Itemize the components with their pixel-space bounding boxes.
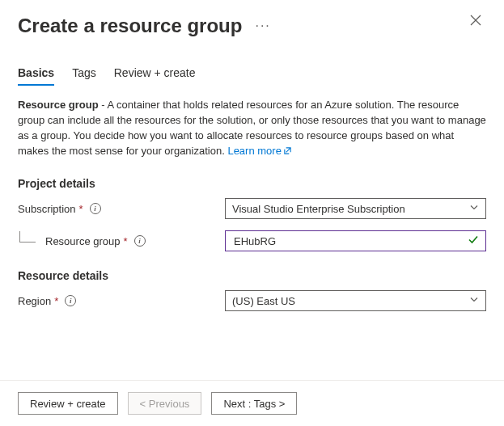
resource-group-input[interactable] (232, 234, 464, 248)
region-row: Region * i (US) East US (18, 290, 486, 311)
valid-check-icon (468, 234, 479, 248)
chevron-down-icon (469, 203, 479, 215)
info-icon[interactable]: i (90, 203, 101, 214)
close-button[interactable] (467, 15, 485, 32)
tab-tags[interactable]: Tags (72, 66, 96, 86)
resource-group-row: Resource group * i (18, 230, 486, 251)
hierarchy-line-icon (19, 231, 36, 243)
learn-more-text: Learn more (227, 145, 281, 157)
resource-details-heading: Resource details (18, 269, 486, 282)
info-icon[interactable]: i (65, 295, 76, 306)
resource-group-label: Resource group (45, 235, 121, 247)
close-icon (467, 15, 485, 26)
region-dropdown[interactable]: (US) East US (225, 290, 486, 311)
external-link-icon (283, 145, 292, 160)
required-marker: * (54, 295, 58, 307)
resource-group-input-wrapper (225, 230, 486, 251)
next-button[interactable]: Next : Tags > (211, 392, 297, 415)
required-marker: * (79, 203, 83, 215)
subscription-value: Visual Studio Enterprise Subscription (232, 203, 405, 215)
tab-review-create[interactable]: Review + create (114, 66, 196, 86)
subscription-label-col: Subscription * i (18, 203, 225, 215)
learn-more-link[interactable]: Learn more (227, 145, 291, 157)
more-actions-icon[interactable]: ··· (255, 19, 270, 32)
region-label-col: Region * i (18, 295, 225, 307)
required-marker: * (124, 235, 128, 247)
resource-group-label-col: Resource group * i (18, 235, 225, 247)
footer: Review + create < Previous Next : Tags > (0, 380, 504, 426)
subscription-label: Subscription (18, 203, 76, 215)
tabs: Basics Tags Review + create (18, 66, 486, 86)
description-bold: Resource group (18, 99, 99, 111)
subscription-row: Subscription * i Visual Studio Enterpris… (18, 198, 486, 219)
create-resource-group-panel: Create a resource group ··· Basics Tags … (0, 0, 504, 426)
title-row: Create a resource group ··· (18, 15, 486, 37)
page-title: Create a resource group (18, 15, 242, 37)
chevron-down-icon (469, 295, 479, 307)
tab-basics[interactable]: Basics (18, 66, 54, 86)
project-details-heading: Project details (18, 177, 486, 190)
region-label: Region (18, 295, 51, 307)
subscription-dropdown[interactable]: Visual Studio Enterprise Subscription (225, 198, 486, 219)
region-value: (US) East US (232, 295, 295, 307)
review-create-button[interactable]: Review + create (18, 392, 118, 415)
previous-button: < Previous (128, 392, 202, 415)
info-icon[interactable]: i (134, 235, 146, 247)
resource-group-description: Resource group - A container that holds … (18, 98, 486, 159)
